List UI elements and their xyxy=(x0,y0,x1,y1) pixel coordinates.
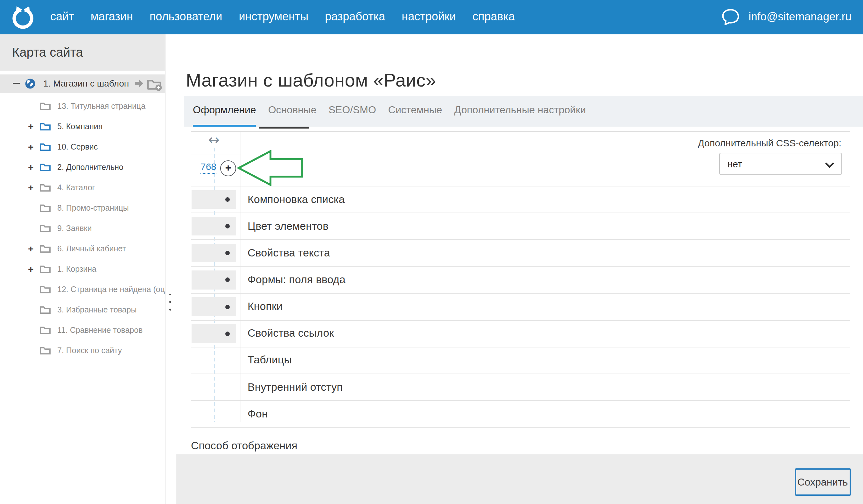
value-dot-icon xyxy=(225,197,229,202)
subtab-appearance[interactable]: Оформление xyxy=(193,96,256,126)
value-swatch xyxy=(191,270,236,289)
subtab-general[interactable]: Основные xyxy=(268,96,317,126)
tree-item-label: 13. Титульная страница xyxy=(57,101,146,110)
nav-item-shop[interactable]: магазин xyxy=(91,11,133,24)
chat-bubble-icon[interactable] xyxy=(722,8,740,26)
tree-item[interactable]: 7. Поиск по сайту xyxy=(0,340,165,361)
main-menu: сайт магазин пользователи инструменты ра… xyxy=(50,11,515,24)
tree-item-label: 11. Сравнение товаров xyxy=(57,326,142,335)
tree-item[interactable]: + 10. Сервис xyxy=(0,137,165,157)
goto-arrow-icon[interactable] xyxy=(134,79,144,88)
table-row[interactable]: Компоновка списка xyxy=(191,187,850,213)
folder-icon xyxy=(39,325,51,335)
table-row[interactable]: Свойства текста xyxy=(191,240,850,267)
tree-item[interactable]: + 4. Каталог xyxy=(0,177,165,198)
folder-icon xyxy=(39,345,51,355)
table-top-border xyxy=(191,131,850,131)
expand-plus-icon[interactable]: + xyxy=(28,244,39,253)
top-navbar: сайт магазин пользователи инструменты ра… xyxy=(0,0,863,34)
sidebar-resize-handle[interactable] xyxy=(165,34,176,504)
css-selector-label: Дополнительный CSS-селектор: xyxy=(698,137,841,148)
nav-item-tools[interactable]: инструменты xyxy=(239,11,308,24)
table-row[interactable]: Кнопки xyxy=(191,294,850,320)
expand-plus-icon[interactable]: + xyxy=(28,264,39,274)
settings-subtabs: Оформление Основные SEO/SMO Системные До… xyxy=(184,96,863,126)
folder-icon xyxy=(39,264,51,274)
add-breakpoint-button[interactable]: + xyxy=(220,160,236,176)
globe-icon xyxy=(25,78,36,89)
expand-plus-icon[interactable]: + xyxy=(28,122,39,131)
collapse-minus-icon[interactable] xyxy=(13,83,20,84)
nav-contact: info@sitemanager.ru xyxy=(722,8,852,26)
folder-icon xyxy=(39,101,51,111)
tree-item-label: 12. Страница не найдена (оц xyxy=(57,285,165,294)
row-label: Таблицы xyxy=(248,348,292,374)
tree-item[interactable]: + 2. Дополнительно xyxy=(0,157,165,177)
row-label: Фон xyxy=(248,401,268,427)
page-title: Магазин с шаблоном «Раис» xyxy=(186,70,436,91)
tree-item-label: 5. Компания xyxy=(57,122,102,131)
tree-item[interactable]: 3. Избранные товары xyxy=(0,299,165,320)
tree-root-item[interactable]: 1. Магазин с шаблоно xyxy=(0,74,165,92)
row-label: Кнопки xyxy=(248,294,283,320)
nav-item-dev[interactable]: разработка xyxy=(325,11,385,24)
tree-item[interactable]: 8. Промо-страницы xyxy=(0,198,165,218)
value-swatch xyxy=(191,244,236,263)
tree-item[interactable]: + 5. Компания xyxy=(0,116,165,137)
table-row[interactable]: Внутренний отступ xyxy=(191,374,850,401)
value-swatch xyxy=(191,190,236,209)
row-label: Свойства текста xyxy=(248,240,330,266)
row-label: Компоновка списка xyxy=(248,187,345,213)
nav-item-settings[interactable]: настройки xyxy=(402,11,456,24)
table-row[interactable]: Формы: поля ввода xyxy=(191,267,850,294)
app-window: сайт магазин пользователи инструменты ра… xyxy=(0,0,863,504)
folder-icon xyxy=(39,244,51,253)
row-label: Цвет элементов xyxy=(248,213,328,239)
tree-item-label: 6. Личный кабинет xyxy=(57,244,126,253)
save-button[interactable]: Сохранить xyxy=(795,468,851,496)
row-label: Формы: поля ввода xyxy=(248,267,345,293)
expand-plus-icon[interactable]: + xyxy=(28,162,39,172)
subtab-advanced[interactable]: Дополнительные настройки xyxy=(454,96,586,126)
row-label: Свойства ссылок xyxy=(248,320,334,346)
tree-item-label: 8. Промо-страницы xyxy=(57,203,129,212)
tree-item[interactable]: 9. Заявки xyxy=(0,218,165,238)
subtab-system[interactable]: Системные xyxy=(388,96,442,126)
tree-item[interactable]: 13. Титульная страница xyxy=(0,96,165,116)
sitemap-tree: 13. Титульная страница + 5. Компания + 1… xyxy=(0,96,165,361)
subtab-seo-smo[interactable]: SEO/SMO xyxy=(328,96,376,126)
nav-item-users[interactable]: пользователи xyxy=(150,11,223,24)
folder-icon xyxy=(39,162,51,172)
folder-icon xyxy=(39,142,51,151)
contact-email[interactable]: info@sitemanager.ru xyxy=(749,11,852,24)
expand-plus-icon[interactable]: + xyxy=(28,182,39,192)
folder-icon xyxy=(39,203,51,213)
table-row[interactable]: Цвет элементов xyxy=(191,213,850,240)
folder-icon xyxy=(39,223,51,233)
tree-item[interactable]: + 1. Корзина xyxy=(0,259,165,279)
tree-item[interactable]: + 6. Личный кабинет xyxy=(0,238,165,259)
appearance-settings-table: Компоновка списка Цвет элементов Свойств… xyxy=(191,186,850,428)
sidebar-title-label: Карта сайта xyxy=(12,45,83,60)
tree-item-label: 3. Избранные товары xyxy=(57,305,137,314)
breakpoint-value[interactable]: 768 xyxy=(200,161,216,174)
table-row[interactable]: Таблицы xyxy=(191,348,850,374)
table-row[interactable]: Свойства ссылок xyxy=(191,320,850,347)
width-resize-icon: ↔ xyxy=(204,133,223,147)
add-folder-icon[interactable] xyxy=(146,77,163,91)
folder-icon xyxy=(39,285,51,294)
appearance-panel: Дополнительный CSS-селектор: нет ↔ 768 + xyxy=(176,126,863,454)
main-content: Магазин с шаблоном «Раис» Карта сайта На… xyxy=(176,34,863,504)
css-selector-value: нет xyxy=(727,158,742,169)
nav-item-help[interactable]: справка xyxy=(473,11,515,24)
expand-plus-icon[interactable]: + xyxy=(28,142,39,151)
tree-item-label: 9. Заявки xyxy=(57,224,92,232)
tree-item[interactable]: 11. Сравнение товаров xyxy=(0,320,165,340)
tree-item[interactable]: 12. Страница не найдена (оц xyxy=(0,279,165,299)
nav-item-site[interactable]: сайт xyxy=(50,11,74,24)
tree-item-label: 2. Дополнительно xyxy=(57,163,124,172)
css-selector-dropdown[interactable]: нет xyxy=(719,152,842,175)
sitemanager-logo-icon[interactable] xyxy=(11,5,35,29)
value-dot-icon xyxy=(225,304,229,309)
table-row[interactable]: Фон xyxy=(191,401,850,428)
